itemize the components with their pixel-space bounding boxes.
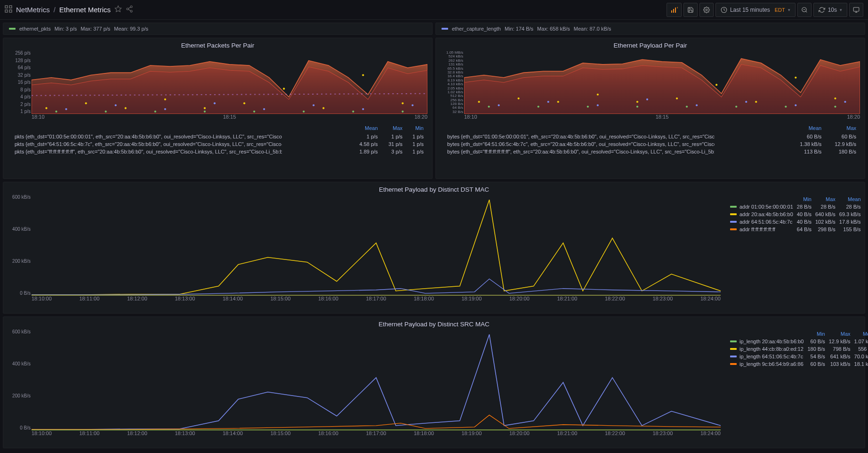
legend-row[interactable]: ip_length 20:aa:4b:5b:b6:b060 B/s12.9 kB… [728,338,868,345]
panel-payload-dst-mac[interactable]: Ethernet Payload by Distinct DST MAC 600… [3,182,865,314]
svg-point-24 [154,111,156,113]
refresh-button[interactable]: 10s ▾ [813,3,847,17]
panel-payload-per-pair[interactable]: Ethernet Payload Per Pair 1.05 MB/s524 k… [435,38,865,179]
plot[interactable] [32,330,721,430]
legend-value: 1 p/s [351,133,381,140]
legend-row[interactable]: ip_length 9c:b6:54:b9:a6:8660 B/s103 kB/… [728,360,868,368]
series-label: addr 20:aa:4b:5b:b6:b0 [739,211,793,217]
axis-tick: 18:15:00 [271,296,291,303]
legend-header[interactable]: Mean [852,330,868,338]
add-panel-button[interactable]: + [667,3,682,17]
legend-row[interactable]: ip_length 44:cb:8b:a0:ed:12180 B/s798 B/… [728,345,868,353]
legend-row[interactable]: bytes {eth_dst="ff:ff:ff:ff:ff:ff", eth_… [442,148,859,155]
y-axis: 256 p/s128 p/s64 p/s32 p/s16 p/s8 p/s4 p… [7,51,31,114]
dashboard-grid-icon[interactable] [5,5,12,14]
refresh-interval-label: 10s [828,7,837,13]
legend-header[interactable] [728,330,805,338]
plot[interactable] [464,51,860,114]
svg-rect-19 [853,7,859,11]
star-icon[interactable] [114,5,122,14]
axis-tick: 18:17:00 [366,430,386,438]
legend-value: 298 B/s [813,226,837,233]
legend-table: MeanMaxMinpkts {eth_dst="01:00:5e:00:00:… [3,121,432,158]
legend-header[interactable]: Max [813,195,837,203]
legend-row[interactable]: ip_length 64:51:06:5c:4b:7c54 B/s641 kB/… [728,353,868,360]
legend-header[interactable]: Min [405,123,426,133]
stat-min: Min: 174 B/s [505,26,533,32]
axis-tick: 18:16:00 [318,296,338,303]
legend-header[interactable]: Max [824,123,859,133]
panel-packets-per-pair[interactable]: Ethernet Packets Per Pair 256 p/s128 p/s… [3,38,433,179]
chart-area[interactable]: 600 kB/s400 kB/s200 kB/s0 B/s 18:10:0018… [3,330,725,438]
panel-payload-src-mac[interactable]: Ethernet Payload by Distinct SRC MAC 600… [3,316,865,448]
svg-point-64 [795,77,796,79]
zoom-out-button[interactable] [797,3,812,17]
axis-tick: 18:16:00 [318,430,338,438]
axis-tick: 18:24:00 [700,430,721,438]
legend-header[interactable] [9,123,351,133]
legend-row[interactable]: pkts {eth_dst="64:51:06:5c:4b:7c", eth_s… [9,140,426,148]
breadcrumb-sep: / [54,6,56,14]
svg-point-28 [352,111,354,113]
axis-tick: 200 kB/s [7,259,31,264]
legend-header[interactable]: Min [805,330,827,338]
legend-value: 12.9 kB/s [824,140,859,148]
legend-value: 40 B/s [795,210,813,218]
legend-row[interactable]: pkts {eth_dst="01:00:5e:00:00:01", eth_s… [9,133,426,140]
chart-area[interactable]: 256 p/s128 p/s64 p/s32 p/s16 p/s8 p/s4 p… [3,51,432,121]
svg-rect-3 [9,10,12,12]
axis-tick: 4.10 kB/s [440,82,463,86]
legend-header[interactable]: Mean [789,123,824,133]
chart-area[interactable]: 1.05 MB/s524 kB/s262 kB/s131 kB/s65.5 kB… [436,51,865,121]
series-name[interactable]: ether_capture_length [452,26,501,32]
legend-value: 1.38 kB/s [789,140,824,148]
series-swatch [730,228,737,230]
legend-header[interactable]: Mean [837,195,863,203]
axis-tick: 16 p/s [7,80,31,85]
stat-mean: Mean: 99.3 p/s [114,26,148,32]
legend-row[interactable]: bytes {eth_dst="64:51:06:5c:4b:7c", eth_… [442,140,859,148]
share-icon[interactable] [126,5,133,14]
legend-value: 54 B/s [805,353,827,360]
plot[interactable] [32,51,427,114]
legend-header[interactable] [442,123,789,133]
axis-tick: 18:15 [656,114,669,121]
breadcrumb-folder[interactable]: NetMetrics [16,6,50,14]
time-range-picker[interactable]: Last 15 minutes EDT ▾ [715,3,796,17]
legend-header[interactable]: Max [381,123,406,133]
svg-point-33 [164,98,166,100]
legend-row[interactable]: pkts {eth_dst="ff:ff:ff:ff:ff:ff", eth_s… [9,148,426,155]
svg-point-58 [557,101,559,103]
legend-header[interactable]: Mean [351,123,381,133]
svg-point-69 [646,98,648,100]
legend-row[interactable]: addr 20:aa:4b:5b:b6:b040 B/s640 kB/s69.3… [728,210,863,218]
legend-value: 4.58 p/s [351,140,381,148]
axis-tick: 64 p/s [7,65,31,70]
svg-point-52 [686,105,688,107]
svg-point-34 [204,107,206,109]
breadcrumb-title[interactable]: Ethernet Metrics [59,6,111,14]
stat-mean: Mean: 87.0 kB/s [574,26,611,32]
svg-point-48 [488,105,490,107]
svg-point-5 [130,6,132,8]
save-button[interactable] [683,3,698,17]
legend-header[interactable] [728,195,795,203]
tv-mode-button[interactable] [849,3,863,17]
axis-tick: 18:11:00 [80,430,100,438]
plot[interactable] [32,195,721,296]
legend-row[interactable]: addr ff:ff:ff:ff:ff:ff64 B/s298 B/s155 B… [728,226,863,233]
legend-row[interactable]: bytes {eth_dst="01:00:5e:00:00:01", eth_… [442,133,859,140]
axis-tick: 18:23:00 [653,430,673,438]
legend-row[interactable]: addr 01:00:5e:00:00:0128 B/s28 B/s28 B/s [728,203,863,210]
legend-header[interactable]: Max [827,330,852,338]
axis-tick: 18:12:00 [127,430,147,438]
legend-header[interactable]: Min [795,195,813,203]
legend-value: 60 B/s [805,338,827,345]
axis-tick: 4 p/s [7,95,31,99]
series-name[interactable]: ethernet_pkts [19,26,51,32]
legend-value: 798 B/s [827,345,852,353]
chart-area[interactable]: 600 kB/s400 kB/s200 kB/s0 B/s 18:10:0018… [3,195,725,303]
legend-row[interactable]: addr 64:51:06:5c:4b:7c40 B/s102 kB/s17.8… [728,218,863,226]
settings-button[interactable] [699,3,714,17]
svg-point-50 [587,105,589,107]
